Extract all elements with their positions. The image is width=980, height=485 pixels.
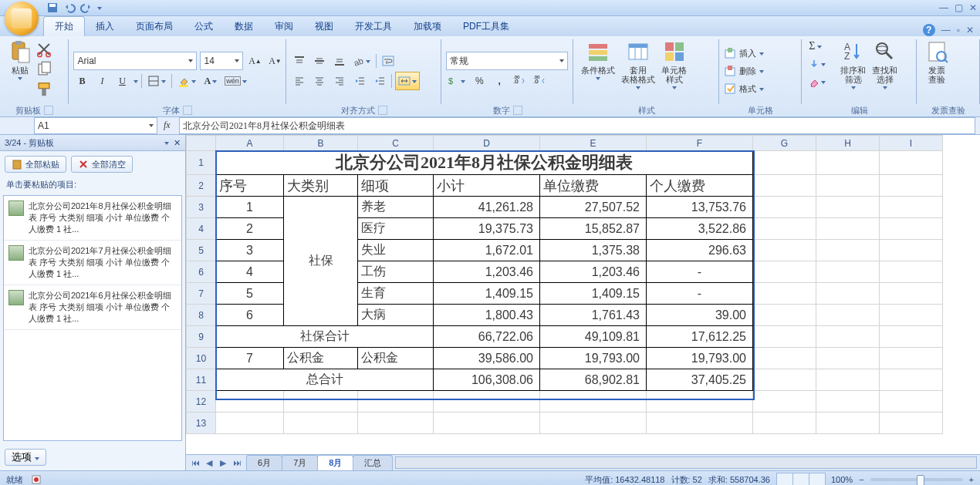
font-color-icon[interactable]: A [201,72,219,89]
col-header[interactable]: G [753,136,816,151]
tab-view[interactable]: 视图 [304,17,344,36]
cell[interactable]: 37,405.25 [647,369,753,391]
cell[interactable]: 单位缴费 [540,175,647,197]
cell[interactable]: 养老 [358,197,434,218]
sheet-tab[interactable]: 汇总 [353,455,393,470]
tab-pdf[interactable]: PDF工具集 [452,17,520,36]
cell[interactable]: 296.63 [647,240,753,261]
cell[interactable]: 3 [216,240,284,261]
minimize-icon[interactable]: — [939,2,948,13]
cell[interactable]: 社保合计 [216,326,434,348]
window-restore2-icon[interactable]: ▫ [957,25,960,35]
tab-nav-first-icon[interactable]: ⏮ [189,456,201,469]
formula-input[interactable]: 北京分公司2021年8月社保公积金明细表 [179,117,975,134]
cell[interactable]: 6 [216,305,284,326]
cell[interactable]: 106,308.06 [434,369,540,391]
autosum-icon[interactable]: Σ [806,38,834,55]
cell[interactable]: 41,261.28 [434,197,540,218]
row-header[interactable]: 4 [187,218,216,240]
view-normal-icon[interactable] [776,473,793,485]
font-size-combo[interactable]: 14 [200,52,243,70]
tab-formulas[interactable]: 公式 [184,17,224,36]
clipboard-item[interactable]: 北京分公司2021年7月社保公积金明细表 序号 大类别 细项 小计 单位缴费 个… [4,241,181,285]
col-header[interactable]: D [434,136,540,151]
align-bottom-icon[interactable] [331,52,348,69]
horizontal-scrollbar[interactable] [395,456,977,469]
clear-icon[interactable] [806,73,834,90]
align-middle-icon[interactable] [311,52,328,69]
italic-icon[interactable]: I [93,72,110,89]
cell[interactable]: 7 [216,348,284,369]
cell[interactable]: 社保 [284,197,358,326]
restore-icon[interactable]: ▢ [955,2,963,13]
align-left-icon[interactable] [291,72,308,89]
pane-menu-icon[interactable] [164,142,169,145]
window-close2-icon[interactable]: ✕ [966,25,974,35]
tab-nav-last-icon[interactable]: ⏭ [231,456,243,469]
number-launcher-icon[interactable] [513,106,522,115]
view-page-layout-icon[interactable] [792,473,809,485]
align-top-icon[interactable] [291,52,308,69]
bold-icon[interactable]: B [73,72,90,89]
copy-icon[interactable] [35,61,52,78]
cell[interactable]: 66,722.06 [434,326,540,348]
col-header[interactable]: H [816,136,880,151]
row-header[interactable]: 6 [187,261,216,283]
comma-icon[interactable]: , [491,72,508,89]
increase-indent-icon[interactable] [371,72,388,89]
sheet-title-cell[interactable]: 北京分公司2021年8月社保公积金明细表 [216,151,753,175]
insert-cells-button[interactable]: 插入 [724,45,764,62]
align-launcher-icon[interactable] [378,106,387,115]
row-header[interactable]: 7 [187,283,216,305]
cell[interactable]: 工伤 [358,261,434,283]
cell[interactable]: 个人缴费 [647,175,753,197]
row-header[interactable]: 2 [187,175,216,197]
help-icon[interactable]: ? [923,24,935,36]
increase-font-icon[interactable]: A▲ [246,52,263,69]
row-header[interactable]: 12 [187,391,216,413]
row-header[interactable]: 1 [187,151,216,175]
macro-record-icon[interactable] [31,474,42,485]
accounting-icon[interactable]: $ [446,72,468,89]
tab-developer[interactable]: 开发工具 [344,17,403,36]
qat-undo-icon[interactable] [63,2,76,14]
qat-redo-icon[interactable] [80,2,93,14]
cell[interactable]: - [647,283,753,305]
decrease-font-icon[interactable]: A▼ [266,52,283,69]
col-header[interactable]: F [647,136,753,151]
tab-nav-next-icon[interactable]: ▶ [217,456,229,469]
cell[interactable]: 68,902.81 [540,369,647,391]
select-all-corner[interactable] [187,136,216,151]
paste-button[interactable]: 粘贴 [5,38,35,82]
col-header[interactable]: I [880,136,943,151]
paste-all-button[interactable]: 全部粘贴 [5,156,66,173]
border-icon[interactable] [145,72,168,89]
cell[interactable]: 1,203.46 [540,261,647,283]
number-format-combo[interactable]: 常规 [446,52,568,70]
sheet-tab[interactable]: 7月 [282,455,318,470]
tab-nav-prev-icon[interactable]: ◀ [203,456,215,469]
increase-decimal-icon[interactable]: .0.00 [511,72,528,89]
row-header[interactable]: 11 [187,369,216,391]
cell[interactable]: 1,409.15 [540,283,647,305]
worksheet-grid[interactable]: A B C D E F G H I 1北京分公司2021年8月社保公积金明细表 … [186,135,980,454]
sheet-tab[interactable]: 6月 [246,455,282,470]
cell[interactable]: 49,109.81 [540,326,647,348]
cell[interactable]: 39,586.00 [434,348,540,369]
row-header[interactable]: 8 [187,305,216,326]
tab-addins[interactable]: 加载项 [403,17,452,36]
underline-drop-icon[interactable] [133,80,138,83]
cell[interactable]: 15,852.87 [540,218,647,240]
cell[interactable]: 39.00 [647,305,753,326]
view-page-break-icon[interactable] [809,473,826,485]
format-painter-icon[interactable] [35,81,52,98]
clear-all-button[interactable]: 全部清空 [71,156,133,173]
cell[interactable]: 序号 [216,175,284,197]
col-header[interactable]: B [284,136,358,151]
tab-page-layout[interactable]: 页面布局 [125,17,184,36]
cell[interactable]: 小计 [434,175,540,197]
format-cells-button[interactable]: 格式 [724,80,764,97]
cell[interactable]: 1,409.15 [434,283,540,305]
conditional-format-button[interactable]: 条件格式 [578,38,618,82]
decrease-indent-icon[interactable] [351,72,368,89]
